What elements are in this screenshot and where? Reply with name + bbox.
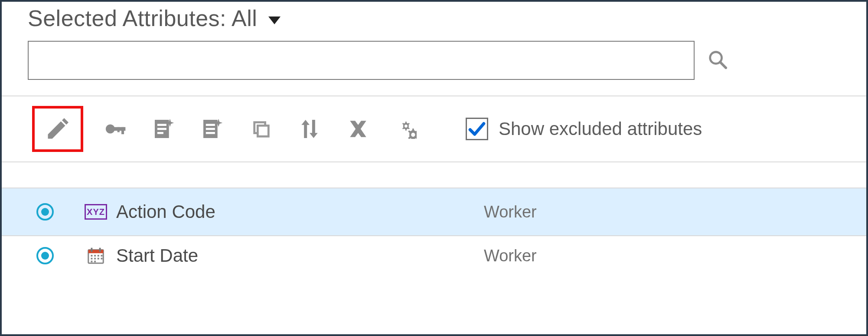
radio-dot-icon <box>41 252 49 260</box>
new-doc-a-button[interactable] <box>150 115 178 143</box>
gears-icon <box>397 119 417 139</box>
xyz-icon: XYZ <box>85 204 107 220</box>
svg-rect-21 <box>99 248 101 252</box>
edit-button[interactable] <box>32 106 83 152</box>
svg-rect-23 <box>94 255 96 257</box>
attribute-list: XYZ Action Code Worker <box>2 162 866 275</box>
key-button[interactable] <box>101 115 129 143</box>
attribute-name: Start Date <box>116 245 198 266</box>
x-icon <box>346 117 370 141</box>
show-excluded-label: Show excluded attributes <box>499 119 702 139</box>
title-dropdown[interactable]: Selected Attributes: All <box>28 5 840 31</box>
copy-button[interactable] <box>247 115 275 143</box>
row-radio[interactable] <box>36 203 54 221</box>
calendar-icon <box>86 246 106 266</box>
panel-frame: Selected Attributes: All <box>0 0 868 336</box>
svg-rect-31 <box>94 261 96 263</box>
svg-rect-19 <box>88 250 104 254</box>
svg-rect-5 <box>117 127 120 132</box>
copy-icon <box>251 119 271 139</box>
key-icon <box>103 117 127 141</box>
delete-button[interactable] <box>344 115 372 143</box>
attribute-category: Worker <box>484 247 537 265</box>
pencil-icon <box>45 116 71 142</box>
show-excluded-checkbox[interactable] <box>466 118 488 140</box>
attribute-row[interactable]: Start Date Worker <box>2 236 866 275</box>
new-doc-b-button[interactable] <box>199 115 226 143</box>
svg-rect-13 <box>206 132 215 134</box>
svg-rect-22 <box>91 255 93 257</box>
panel-title: Selected Attributes: All <box>28 5 257 31</box>
attribute-row[interactable]: XYZ Action Code Worker <box>2 188 866 236</box>
list-gap <box>2 162 866 188</box>
sort-button[interactable] <box>296 115 323 143</box>
sort-arrows-icon <box>297 117 322 141</box>
svg-point-17 <box>411 133 415 137</box>
svg-rect-20 <box>91 248 93 252</box>
svg-rect-11 <box>206 124 215 126</box>
document-sparkle-alt-icon <box>200 117 225 141</box>
svg-rect-24 <box>98 255 99 257</box>
svg-rect-28 <box>98 258 99 260</box>
svg-line-1 <box>720 62 726 68</box>
svg-rect-9 <box>157 132 163 134</box>
svg-rect-15 <box>258 125 268 136</box>
settings-button[interactable] <box>393 115 421 143</box>
svg-rect-30 <box>91 261 93 263</box>
row-radio[interactable] <box>36 247 54 264</box>
caret-down-icon <box>268 16 281 24</box>
magnifier-icon <box>708 49 728 69</box>
attribute-category: Worker <box>484 203 537 221</box>
svg-point-16 <box>405 125 408 128</box>
type-badge <box>84 247 108 265</box>
svg-rect-27 <box>94 258 96 260</box>
svg-rect-29 <box>101 258 103 260</box>
svg-rect-7 <box>157 124 166 126</box>
search-row <box>28 41 840 96</box>
svg-rect-4 <box>121 127 124 134</box>
attribute-name: Action Code <box>116 201 215 222</box>
radio-dot-icon <box>41 208 49 216</box>
search-button[interactable] <box>708 49 728 71</box>
checkmark-icon <box>468 120 486 138</box>
svg-rect-26 <box>91 258 93 260</box>
svg-rect-12 <box>206 128 215 130</box>
search-input[interactable] <box>28 41 695 80</box>
header: Selected Attributes: All <box>2 2 866 96</box>
svg-rect-25 <box>101 255 103 257</box>
document-sparkle-icon <box>152 117 176 141</box>
svg-rect-8 <box>157 128 166 130</box>
type-badge: XYZ <box>84 203 108 221</box>
toolbar: Show excluded attributes <box>2 96 866 162</box>
